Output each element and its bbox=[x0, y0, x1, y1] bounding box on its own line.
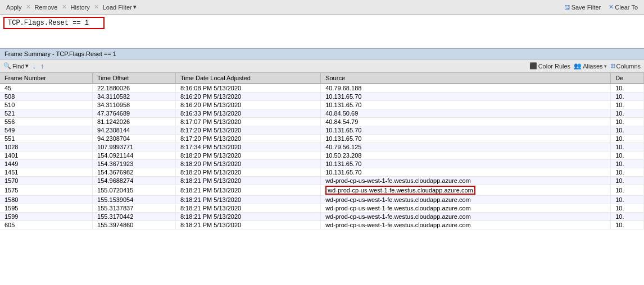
separator2: ✕ bbox=[62, 3, 67, 11]
cell-3: 10.50.23.208 bbox=[321, 151, 611, 160]
table-row[interactable]: 52147.37646898:16:33 PM 5/13/202040.84.5… bbox=[0, 109, 644, 118]
apply-label: Apply bbox=[6, 4, 22, 11]
table-row[interactable]: 1449154.36719238:18:20 PM 5/13/202010.13… bbox=[0, 160, 644, 168]
columns-icon: ⊞ bbox=[610, 62, 615, 70]
cell-4: 10. bbox=[611, 118, 644, 126]
cell-1: 94.2308144 bbox=[93, 126, 176, 135]
arrow-down-button[interactable]: ↓ bbox=[31, 62, 37, 70]
color-rules-button[interactable]: ⬛ Color Rules bbox=[529, 62, 570, 70]
packet-table-container: Frame Number Time Offset Time Date Local… bbox=[0, 73, 644, 285]
table-row[interactable]: 55681.12420268:17:07 PM 5/13/202040.84.5… bbox=[0, 118, 644, 126]
table-row[interactable]: 50834.31105828:16:20 PM 5/13/202010.131.… bbox=[0, 93, 644, 101]
cell-0: 508 bbox=[0, 93, 93, 101]
table-row[interactable]: 1575155.07204158:18:21 PM 5/13/2020wd-pr… bbox=[0, 185, 644, 196]
arrow-up-button[interactable]: ↑ bbox=[39, 62, 46, 70]
cell-0: 1580 bbox=[0, 196, 93, 204]
cell-0: 510 bbox=[0, 101, 93, 109]
cell-4: 10. bbox=[611, 177, 644, 185]
load-filter-label: Load Filter bbox=[103, 4, 132, 11]
clear-button[interactable]: ✕ Clear To bbox=[606, 3, 641, 11]
table-row[interactable]: 54994.23081448:17:20 PM 5/13/202010.131.… bbox=[0, 126, 644, 135]
cell-3: 40.84.50.69 bbox=[321, 109, 611, 118]
cell-2: 8:18:21 PM 5/13/2020 bbox=[175, 196, 320, 204]
summary-bar: Frame Summary - TCP.Flags.Reset == 1 bbox=[0, 48, 644, 59]
remove-button[interactable]: Remove bbox=[32, 3, 61, 11]
table-row[interactable]: 51034.31109588:16:20 PM 5/13/202010.131.… bbox=[0, 101, 644, 109]
cell-3: 10.131.65.70 bbox=[321, 168, 611, 177]
packet-tbody: 4522.18800268:16:08 PM 5/13/202040.79.68… bbox=[0, 84, 644, 229]
cell-2: 8:17:34 PM 5/13/2020 bbox=[175, 143, 320, 151]
apply-button[interactable]: Apply bbox=[3, 3, 25, 11]
cell-4: 10. bbox=[611, 213, 644, 221]
cell-4: 10. bbox=[611, 168, 644, 177]
table-row[interactable]: 1570154.96882748:18:21 PM 5/13/2020wd-pr… bbox=[0, 177, 644, 185]
cell-3: 10.131.65.70 bbox=[321, 101, 611, 109]
cell-2: 8:18:20 PM 5/13/2020 bbox=[175, 168, 320, 177]
cell-2: 8:16:33 PM 5/13/2020 bbox=[175, 109, 320, 118]
history-button[interactable]: History bbox=[68, 3, 93, 11]
clear-icon: ✕ bbox=[609, 3, 614, 11]
cell-3: 40.84.54.79 bbox=[321, 118, 611, 126]
table-row[interactable]: 605155.39748608:18:21 PM 5/13/2020wd-pro… bbox=[0, 221, 644, 229]
color-rules-label: Color Rules bbox=[538, 63, 570, 70]
table-row[interactable]: 1451154.36769828:18:20 PM 5/13/202010.13… bbox=[0, 168, 644, 177]
cell-2: 8:18:21 PM 5/13/2020 bbox=[175, 221, 320, 229]
cell-1: 155.3974860 bbox=[93, 221, 176, 229]
cell-0: 1575 bbox=[0, 185, 93, 196]
table-row[interactable]: 1028107.99937718:17:34 PM 5/13/202040.79… bbox=[0, 143, 644, 151]
find-button[interactable]: 🔍 Find ▾ bbox=[3, 62, 29, 70]
col-source: Source bbox=[321, 73, 611, 84]
table-row[interactable]: 1599155.31704428:18:21 PM 5/13/2020wd-pr… bbox=[0, 213, 644, 221]
cell-2: 8:17:07 PM 5/13/2020 bbox=[175, 118, 320, 126]
cell-4: 10. bbox=[611, 93, 644, 101]
columns-label: Columns bbox=[616, 63, 641, 70]
cell-2: 8:18:21 PM 5/13/2020 bbox=[175, 185, 320, 196]
packet-toolbar: 🔍 Find ▾ ↓ ↑ ⬛ Color Rules 👥 Aliases ▾ ⊞… bbox=[0, 59, 644, 73]
cell-3: wd-prod-cp-us-west-1-fe.westus.cloudapp.… bbox=[321, 204, 611, 213]
cell-0: 1570 bbox=[0, 177, 93, 185]
cell-2: 8:18:21 PM 5/13/2020 bbox=[175, 177, 320, 185]
cell-4: 10. bbox=[611, 151, 644, 160]
cell-4: 10. bbox=[611, 185, 644, 196]
separator3: ✕ bbox=[94, 3, 99, 11]
cell-1: 155.3170442 bbox=[93, 213, 176, 221]
filter-bar-right: 🖫 Save Filter ✕ Clear To bbox=[561, 3, 641, 11]
table-header-row: Frame Number Time Offset Time Date Local… bbox=[0, 73, 644, 84]
cell-4: 10. bbox=[611, 126, 644, 135]
cell-0: 549 bbox=[0, 126, 93, 135]
table-row[interactable]: 1580155.15390548:18:21 PM 5/13/2020wd-pr… bbox=[0, 196, 644, 204]
cell-4: 10. bbox=[611, 101, 644, 109]
cell-0: 556 bbox=[0, 118, 93, 126]
col-time-date: Time Date Local Adjusted bbox=[175, 73, 320, 84]
save-filter-label: Save Filter bbox=[572, 4, 601, 11]
clear-label: Clear To bbox=[615, 4, 638, 11]
cell-3: wd-prod-cp-us-west-1-fe.westus.cloudapp.… bbox=[321, 213, 611, 221]
cell-1: 155.1539054 bbox=[93, 196, 176, 204]
cell-2: 8:18:21 PM 5/13/2020 bbox=[175, 213, 320, 221]
save-filter-button[interactable]: 🖫 Save Filter bbox=[561, 3, 604, 11]
cell-4: 10. bbox=[611, 143, 644, 151]
table-row[interactable]: 4522.18800268:16:08 PM 5/13/202040.79.68… bbox=[0, 84, 644, 93]
aliases-label: Aliases bbox=[583, 63, 602, 70]
cell-4: 10. bbox=[611, 221, 644, 229]
cell-2: 8:17:20 PM 5/13/2020 bbox=[175, 135, 320, 143]
table-row[interactable]: 1595155.31378378:18:21 PM 5/13/2020wd-pr… bbox=[0, 204, 644, 213]
highlighted-source: wd-prod-cp-us-west-1-fe.westus.cloudapp.… bbox=[325, 186, 475, 195]
aliases-button[interactable]: 👥 Aliases ▾ bbox=[574, 62, 606, 70]
cell-3: wd-prod-cp-us-west-1-fe.westus.cloudapp.… bbox=[321, 177, 611, 185]
table-row[interactable]: 1401154.09211448:18:20 PM 5/13/202010.50… bbox=[0, 151, 644, 160]
cell-1: 34.3110582 bbox=[93, 93, 176, 101]
remove-label: Remove bbox=[35, 4, 58, 11]
filter-bar: Apply ✕ Remove ✕ History ✕ Load Filter ▾… bbox=[0, 0, 644, 15]
load-filter-dropdown-icon: ▾ bbox=[133, 3, 137, 11]
summary-text: Frame Summary - TCP.Flags.Reset == 1 bbox=[4, 50, 116, 57]
col-time-offset: Time Offset bbox=[93, 73, 176, 84]
columns-button[interactable]: ⊞ Columns bbox=[610, 62, 641, 70]
filter-expression-box[interactable]: TCP.Flags.Reset == 1 bbox=[3, 17, 105, 29]
cell-2: 8:18:21 PM 5/13/2020 bbox=[175, 204, 320, 213]
table-row[interactable]: 55194.23087048:17:20 PM 5/13/202010.131.… bbox=[0, 135, 644, 143]
cell-3: wd-prod-cp-us-west-1-fe.westus.cloudapp.… bbox=[321, 196, 611, 204]
cell-2: 8:18:20 PM 5/13/2020 bbox=[175, 151, 320, 160]
cell-2: 8:16:08 PM 5/13/2020 bbox=[175, 84, 320, 93]
load-filter-button[interactable]: Load Filter ▾ bbox=[100, 3, 139, 11]
